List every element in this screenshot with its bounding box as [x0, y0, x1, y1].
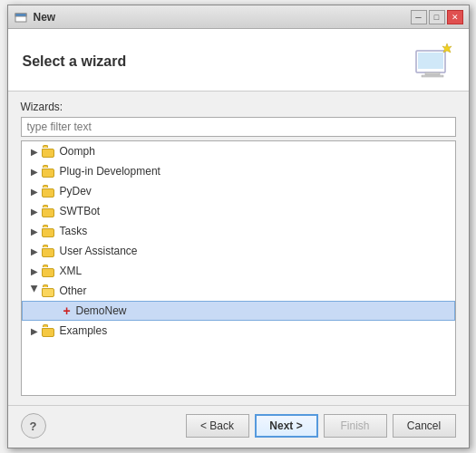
label-demo-new: DemoNew	[76, 304, 127, 317]
header-area: Select a wizard	[8, 29, 469, 92]
arrow-xml: ▶	[29, 265, 40, 276]
arrow-other: ▶	[29, 285, 40, 296]
arrow-user-assistance: ▶	[29, 246, 40, 256]
button-area: ? < Back Next > Finish Cancel	[8, 405, 469, 448]
maximize-button[interactable]: □	[429, 10, 445, 24]
label-swtbot: SWTBot	[60, 205, 101, 217]
label-user-assistance: User Assistance	[60, 245, 138, 257]
back-button[interactable]: < Back	[186, 414, 249, 438]
window-icon	[14, 10, 28, 24]
cancel-button[interactable]: Cancel	[393, 414, 456, 438]
label-xml: XML	[60, 265, 83, 277]
tree-item-swtbot[interactable]: ▶ SWTBot	[22, 201, 455, 221]
folder-icon-xml	[42, 265, 56, 277]
folder-icon-plugin-dev	[42, 165, 56, 178]
folder-icon-other	[42, 284, 56, 297]
add-icon: +	[61, 304, 73, 317]
svg-marker-6	[442, 43, 452, 53]
label-examples: Examples	[60, 324, 108, 337]
arrow-pydev: ▶	[29, 186, 40, 197]
tree-item-tasks[interactable]: ▶ Tasks	[22, 221, 455, 241]
arrow-plugin-dev: ▶	[29, 166, 40, 177]
svg-rect-3	[418, 53, 443, 69]
minimize-button[interactable]: ─	[411, 10, 427, 24]
dialog-window: New ─ □ ✕ Select a wizard Wizards:	[7, 5, 470, 448]
window-controls: ─ □ ✕	[411, 10, 463, 24]
title-bar: New ─ □ ✕	[8, 5, 469, 29]
tree-item-oomph[interactable]: ▶ Oomph	[22, 141, 455, 161]
help-button[interactable]: ?	[21, 413, 46, 439]
folder-icon-oomph	[42, 145, 56, 158]
arrow-examples: ▶	[29, 325, 40, 336]
wizard-icon	[411, 42, 454, 82]
tree-item-user-assistance[interactable]: ▶ User Assistance	[22, 241, 455, 261]
close-button[interactable]: ✕	[447, 10, 463, 24]
tree-item-xml[interactable]: ▶ XML	[22, 261, 455, 281]
folder-icon-swtbot	[42, 205, 56, 217]
folder-icon-examples	[42, 324, 56, 337]
tree-item-demo-new[interactable]: + DemoNew	[22, 301, 455, 321]
svg-rect-4	[425, 72, 440, 75]
window-title: New	[34, 11, 411, 24]
tree-item-examples[interactable]: ▶ Examples	[22, 321, 455, 341]
label-pydev: PyDev	[60, 185, 92, 198]
content-area: Wizards: ▶ Oomph ▶ Plug-in Development	[8, 92, 469, 405]
next-button[interactable]: Next >	[255, 414, 318, 438]
folder-icon-pydev	[42, 185, 56, 198]
folder-icon-user-assistance	[42, 245, 56, 257]
action-buttons: < Back Next > Finish Cancel	[186, 414, 456, 438]
arrow-oomph: ▶	[29, 146, 40, 157]
label-oomph: Oomph	[60, 145, 95, 158]
folder-icon-tasks	[42, 225, 56, 237]
label-tasks: Tasks	[60, 225, 88, 237]
tree-item-pydev[interactable]: ▶ PyDev	[22, 181, 455, 201]
wizards-label: Wizards:	[21, 101, 456, 113]
tree-container[interactable]: ▶ Oomph ▶ Plug-in Development ▶	[21, 140, 456, 396]
tree-item-plugin-dev[interactable]: ▶ Plug-in Development	[22, 161, 455, 181]
finish-button[interactable]: Finish	[324, 414, 387, 438]
svg-rect-1	[15, 14, 26, 16]
svg-rect-5	[422, 75, 443, 77]
tree-item-other[interactable]: ▶ Other	[22, 281, 455, 301]
label-plugin-dev: Plug-in Development	[60, 165, 160, 178]
filter-input[interactable]	[21, 117, 456, 137]
arrow-swtbot: ▶	[29, 206, 40, 217]
label-other: Other	[60, 284, 87, 297]
arrow-tasks: ▶	[29, 226, 40, 236]
dialog-title: Select a wizard	[23, 53, 127, 70]
